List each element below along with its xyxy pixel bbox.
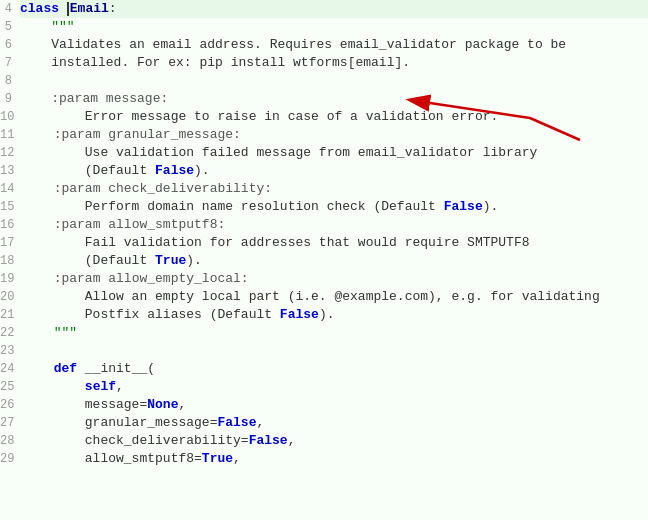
- code-line: 22 """: [0, 324, 648, 342]
- code-line: 18 (Default True).: [0, 252, 648, 270]
- line-number: 13: [0, 162, 22, 180]
- line-number: 16: [0, 216, 22, 234]
- code-line: 11 :param granular_message:: [0, 126, 648, 144]
- code-line: 13 (Default False).: [0, 162, 648, 180]
- code-line: 23: [0, 342, 648, 360]
- line-number: 15: [0, 198, 22, 216]
- line-text: class Email:: [20, 0, 648, 18]
- line-text: allow_smtputf8=True,: [22, 450, 648, 468]
- line-text: """: [22, 324, 648, 342]
- line-text: installed. For ex: pip install wtforms[e…: [20, 54, 648, 72]
- line-number: 8: [0, 72, 20, 90]
- code-line: 17 Fail validation for addresses that wo…: [0, 234, 648, 252]
- line-number: 29: [0, 450, 22, 468]
- line-text: message=None,: [22, 396, 648, 414]
- line-text: :param check_deliverability:: [22, 180, 648, 198]
- code-line: 19 :param allow_empty_local:: [0, 270, 648, 288]
- line-text: self,: [22, 378, 648, 396]
- line-text: Error message to raise in case of a vali…: [22, 108, 648, 126]
- line-text: check_deliverability=False,: [22, 432, 648, 450]
- line-number: 20: [0, 288, 22, 306]
- code-line: 25 self,: [0, 378, 648, 396]
- line-number: 27: [0, 414, 22, 432]
- code-line: 28 check_deliverability=False,: [0, 432, 648, 450]
- code-line: 29 allow_smtputf8=True,: [0, 450, 648, 468]
- code-line: 26 message=None,: [0, 396, 648, 414]
- line-number: 24: [0, 360, 22, 378]
- code-line: 8: [0, 72, 648, 90]
- line-number: 19: [0, 270, 22, 288]
- line-text: :param allow_smtputf8:: [22, 216, 648, 234]
- line-number: 12: [0, 144, 22, 162]
- line-number: 6: [0, 36, 20, 54]
- line-text: Postfix aliases (Default False).: [22, 306, 648, 324]
- line-number: 9: [0, 90, 20, 108]
- line-number: 21: [0, 306, 22, 324]
- line-text: :param granular_message:: [22, 126, 648, 144]
- line-text: Validates an email address. Requires ema…: [20, 36, 648, 54]
- code-line: 7 installed. For ex: pip install wtforms…: [0, 54, 648, 72]
- code-line: 14 :param check_deliverability:: [0, 180, 648, 198]
- code-line: 6 Validates an email address. Requires e…: [0, 36, 648, 54]
- line-text: (Default False).: [22, 162, 648, 180]
- code-line: 21 Postfix aliases (Default False).: [0, 306, 648, 324]
- line-number: 10: [0, 108, 22, 126]
- line-number: 7: [0, 54, 20, 72]
- line-text: Allow an empty local part (i.e. @example…: [22, 288, 648, 306]
- code-line: 4class Email:: [0, 0, 648, 18]
- line-number: 26: [0, 396, 22, 414]
- line-text: :param allow_empty_local:: [22, 270, 648, 288]
- line-text: """: [20, 18, 648, 36]
- code-line: 10 Error message to raise in case of a v…: [0, 108, 648, 126]
- code-line: 12 Use validation failed message from em…: [0, 144, 648, 162]
- code-line: 15 Perform domain name resolution check …: [0, 198, 648, 216]
- line-number: 5: [0, 18, 20, 36]
- line-number: 14: [0, 180, 22, 198]
- line-text: Perform domain name resolution check (De…: [22, 198, 648, 216]
- line-number: 23: [0, 342, 22, 360]
- code-line: 16 :param allow_smtputf8:: [0, 216, 648, 234]
- line-number: 17: [0, 234, 22, 252]
- line-number: 4: [0, 0, 20, 18]
- line-number: 18: [0, 252, 22, 270]
- line-text: Use validation failed message from email…: [22, 144, 648, 162]
- code-editor: 4class Email:5 """6 Validates an email a…: [0, 0, 648, 520]
- line-text: Fail validation for addresses that would…: [22, 234, 648, 252]
- line-number: 22: [0, 324, 22, 342]
- line-text: (Default True).: [22, 252, 648, 270]
- code-line: 24 def __init__(: [0, 360, 648, 378]
- code-line: 27 granular_message=False,: [0, 414, 648, 432]
- code-line: 20 Allow an empty local part (i.e. @exam…: [0, 288, 648, 306]
- line-number: 28: [0, 432, 22, 450]
- line-number: 25: [0, 378, 22, 396]
- line-number: 11: [0, 126, 22, 144]
- code-line: 9 :param message:: [0, 90, 648, 108]
- line-text: granular_message=False,: [22, 414, 648, 432]
- code-line: 5 """: [0, 18, 648, 36]
- line-text: :param message:: [20, 90, 648, 108]
- line-text: def __init__(: [22, 360, 648, 378]
